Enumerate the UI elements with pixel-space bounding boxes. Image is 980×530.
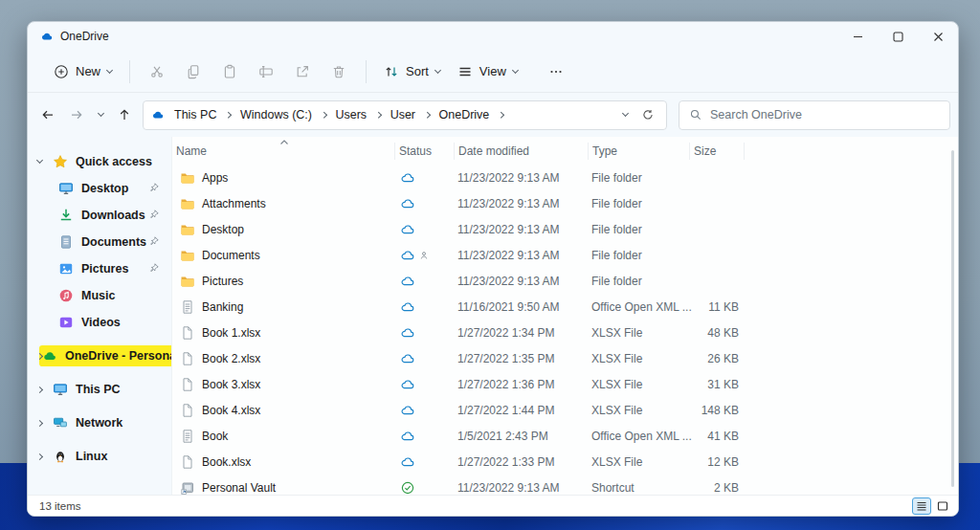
paste-button[interactable] bbox=[213, 57, 246, 86]
see-more-button[interactable] bbox=[540, 57, 572, 86]
file-type: Office Open XML ... bbox=[588, 300, 689, 314]
pin-icon bbox=[148, 209, 160, 220]
file-row-book[interactable]: Book1/5/2021 2:43 PMOffice Open XML ...4… bbox=[172, 423, 947, 449]
breadcrumb-this-pc[interactable]: This PC bbox=[168, 105, 222, 124]
up-arrow-icon bbox=[117, 107, 132, 122]
vertical-scrollbar[interactable] bbox=[951, 150, 954, 487]
file-row-book-xlsx[interactable]: Book.xlsx1/27/2022 1:33 PMXLSX File12 KB bbox=[172, 449, 947, 475]
sidebar-item-pictures[interactable]: Pictures bbox=[28, 255, 171, 282]
file-type: File folder bbox=[588, 275, 689, 288]
file-row-documents[interactable]: Documents11/23/2022 9:13 AMFile folder bbox=[172, 242, 947, 268]
folder-icon bbox=[180, 170, 195, 186]
refresh-button[interactable] bbox=[637, 104, 658, 125]
sidebar-item-label: Pictures bbox=[81, 262, 128, 276]
large-icons-view-toggle[interactable] bbox=[933, 497, 952, 515]
address-bar[interactable]: This PCWindows (C:)UsersUserOneDrive bbox=[143, 100, 667, 130]
file-row-desktop[interactable]: Desktop11/23/2022 9:13 AMFile folder bbox=[172, 216, 947, 242]
status-cell bbox=[394, 222, 454, 237]
sort-button[interactable]: Sort bbox=[375, 58, 449, 85]
file-name: Personal Vault bbox=[202, 481, 276, 495]
date-modified: 1/27/2022 1:33 PM bbox=[454, 455, 588, 469]
forward-button[interactable] bbox=[62, 100, 91, 129]
sidebar-item-music[interactable]: Music bbox=[28, 282, 171, 309]
paste-icon bbox=[222, 64, 237, 79]
file-size: 148 KB bbox=[689, 404, 745, 417]
sidebar-item-quick-access[interactable]: Quick access bbox=[28, 148, 171, 175]
sidebar-item-this-pc[interactable]: This PC bbox=[28, 376, 171, 403]
file-row-banking[interactable]: Banking11/16/2021 9:50 AMOffice Open XML… bbox=[172, 294, 947, 320]
forward-arrow-icon bbox=[69, 107, 84, 122]
file-blank-icon bbox=[180, 454, 195, 470]
rename-button[interactable] bbox=[250, 57, 282, 86]
file-row-apps[interactable]: Apps11/23/2022 9:13 AMFile folder bbox=[172, 165, 947, 190]
recent-locations-button[interactable] bbox=[91, 100, 110, 129]
sidebar-item-downloads[interactable]: Downloads bbox=[28, 202, 171, 229]
file-row-book-3-xlsx[interactable]: Book 3.xlsx1/27/2022 1:36 PMXLSX File31 … bbox=[172, 371, 947, 397]
close-button[interactable] bbox=[918, 22, 958, 51]
chevron-down-icon[interactable] bbox=[36, 157, 43, 164]
view-button[interactable]: View bbox=[449, 58, 526, 85]
chevron-right-icon[interactable] bbox=[36, 453, 43, 459]
search-input[interactable] bbox=[710, 108, 940, 121]
downloads-icon bbox=[58, 208, 74, 223]
breadcrumb-windows-c[interactable]: Windows (C:) bbox=[234, 105, 318, 124]
cut-button[interactable] bbox=[141, 57, 173, 86]
breadcrumb-users[interactable]: Users bbox=[329, 105, 372, 124]
new-button[interactable]: New bbox=[45, 58, 121, 85]
maximize-button[interactable] bbox=[878, 22, 918, 51]
chevron-right-icon[interactable] bbox=[36, 386, 43, 392]
file-row-book-2-xlsx[interactable]: Book 2.xlsx1/27/2022 1:35 PMXLSX File26 … bbox=[172, 345, 947, 371]
minimize-button[interactable] bbox=[837, 22, 878, 51]
onedrive-cloud-icon bbox=[151, 108, 165, 121]
file-row-personal-vault[interactable]: Personal Vault11/23/2022 9:13 AMShortcut… bbox=[172, 475, 947, 495]
file-lines-icon bbox=[180, 299, 195, 315]
column-header-status[interactable]: Status bbox=[394, 143, 454, 160]
sidebar-item-onedrive-personal[interactable]: OneDrive - Personal bbox=[28, 342, 171, 369]
search-box[interactable] bbox=[679, 100, 950, 130]
sidebar-item-documents[interactable]: Documents bbox=[28, 229, 171, 255]
title-bar: OneDrive bbox=[28, 22, 958, 51]
details-view-toggle[interactable] bbox=[912, 497, 931, 515]
file-name: Apps bbox=[202, 171, 228, 185]
file-row-book-1-xlsx[interactable]: Book 1.xlsx1/27/2022 1:34 PMXLSX File48 … bbox=[172, 320, 947, 345]
file-type: Office Open XML ... bbox=[588, 430, 689, 443]
file-row-attachments[interactable]: Attachments11/23/2022 9:13 AMFile folder bbox=[172, 190, 947, 216]
breadcrumb-separator-icon bbox=[498, 112, 503, 118]
navigation-pane: Quick accessDesktopDownloadsDocumentsPic… bbox=[28, 137, 171, 495]
file-row-book-4-xlsx[interactable]: Book 4.xlsx1/27/2022 1:44 PMXLSX File148… bbox=[172, 397, 947, 423]
onedrive-cloud-icon bbox=[40, 30, 54, 43]
status-bar: 13 items bbox=[28, 495, 958, 516]
sidebar-item-network[interactable]: Network bbox=[28, 409, 171, 436]
column-header-name[interactable]: Name bbox=[172, 143, 394, 160]
file-row-pictures[interactable]: Pictures11/23/2022 9:13 AMFile folder bbox=[172, 268, 947, 294]
breadcrumb-user[interactable]: User bbox=[385, 105, 421, 124]
breadcrumb-separator-icon bbox=[424, 112, 430, 118]
share-button[interactable] bbox=[286, 57, 319, 86]
copy-button[interactable] bbox=[177, 57, 210, 86]
column-header-type[interactable]: Type bbox=[588, 143, 689, 160]
status-cell bbox=[394, 454, 454, 470]
folder-icon bbox=[180, 274, 195, 289]
back-button[interactable] bbox=[33, 100, 62, 129]
status-cell bbox=[394, 325, 454, 341]
folder-icon bbox=[180, 248, 195, 263]
file-blank-icon bbox=[180, 325, 195, 341]
chevron-right-icon[interactable] bbox=[36, 419, 43, 426]
up-button[interactable] bbox=[110, 100, 139, 129]
status-cell bbox=[394, 480, 454, 496]
chevron-down-icon bbox=[97, 110, 103, 117]
file-type: File folder bbox=[588, 197, 689, 210]
column-header-date-modified[interactable]: Date modified bbox=[454, 143, 588, 160]
sidebar-item-desktop[interactable]: Desktop bbox=[28, 175, 171, 202]
sidebar-item-linux[interactable]: Linux bbox=[28, 443, 171, 470]
column-header-size[interactable]: Size bbox=[689, 143, 745, 160]
status-cell bbox=[394, 377, 454, 392]
file-type: XLSX File bbox=[588, 352, 689, 365]
file-type: XLSX File bbox=[588, 404, 689, 417]
file-size: 11 KB bbox=[689, 300, 745, 314]
delete-button[interactable] bbox=[323, 57, 355, 86]
breadcrumb-onedrive[interactable]: OneDrive bbox=[434, 105, 496, 124]
sidebar-item-videos[interactable]: Videos bbox=[28, 309, 171, 336]
address-dropdown-icon[interactable] bbox=[622, 110, 629, 117]
chevron-down-icon bbox=[106, 66, 113, 73]
